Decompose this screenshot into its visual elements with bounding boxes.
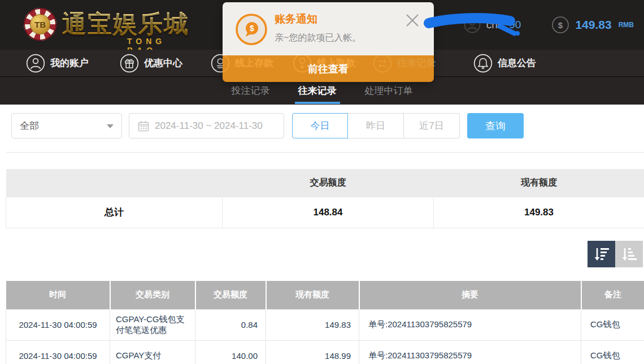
topbar-right: che 90 $ 149.83 RMB <box>464 0 634 50</box>
nav-item-my-account[interactable]: 我的账户 <box>26 50 89 76</box>
balance-currency: RMB <box>619 21 634 29</box>
calendar-icon <box>137 120 150 132</box>
sort-ascending-icon <box>621 246 638 262</box>
summary-total-row: 总计 148.84 149.83 <box>6 197 644 228</box>
quick-range-7days[interactable]: 近7日 <box>404 113 460 138</box>
cell-time: 2024-11-30 04:00:59 <box>6 309 110 340</box>
summary-total-trade: 148.84 <box>223 197 434 228</box>
balance[interactable]: $ 149.83 RMB <box>551 16 634 34</box>
col-header-summary: 摘要 <box>359 281 581 309</box>
brand-name-cn: 通宝娱乐城 <box>62 11 189 37</box>
summary-header-trade: 交易额度 <box>223 169 434 197</box>
summary-header-balance: 现有额度 <box>434 169 644 197</box>
table-row: 2024-11-30 04:00:59 CGPAY-CG钱包支付笔笔送优惠 0.… <box>6 309 644 340</box>
svg-text:$: $ <box>250 24 254 33</box>
close-icon[interactable] <box>404 12 420 28</box>
cell-summary: 单号:202411303795825579 <box>359 340 581 364</box>
cell-amount: 140.00 <box>195 340 266 364</box>
bell-icon <box>473 54 493 73</box>
cell-type: CGPAY支付 <box>110 340 195 364</box>
summary-header-blank <box>6 169 223 197</box>
dollar-coin-icon: $ <box>551 16 569 34</box>
notification-message: 亲~您的款项已入帐。 <box>275 32 361 44</box>
notification-body: $ 账务通知 亲~您的款项已入帐。 <box>223 2 434 55</box>
summary-table: 交易额度 现有额度 总计 148.84 149.83 <box>6 169 644 228</box>
summary-total-label: 总计 <box>6 197 223 228</box>
quick-range-group: 今日 昨日 近7日 <box>292 113 460 138</box>
col-header-type: 交易类别 <box>110 281 195 309</box>
cell-note: CG钱包 <box>581 340 644 364</box>
cell-type: CGPAY-CG钱包支付笔笔送优惠 <box>110 309 195 340</box>
date-range-value: 2024-11-30 ~ 2024-11-30 <box>155 120 263 132</box>
sort-controls <box>588 241 643 267</box>
cell-balance: 148.99 <box>266 340 359 364</box>
user-account[interactable]: che 90 <box>464 16 521 33</box>
cell-summary: 单号:202411303795825579 <box>359 309 581 340</box>
brand-text: 通宝娱乐城 TONG BAO <box>62 11 189 37</box>
summary-total-balance: 149.83 <box>434 197 644 228</box>
type-select-value: 全部 <box>20 119 39 132</box>
cell-amount: 0.84 <box>195 309 266 340</box>
cell-time: 2024-11-30 04:00:59 <box>6 340 110 364</box>
type-select[interactable]: 全部 <box>11 113 122 138</box>
transaction-records-page: TB 通宝娱乐城 TONG BAO che 90 $ <box>0 0 644 364</box>
section-divider <box>6 152 644 153</box>
notification-action-button[interactable]: 前往查看 <box>223 55 434 82</box>
cell-note: CG钱包 <box>581 309 644 340</box>
svg-text:$: $ <box>558 20 563 30</box>
date-range-picker[interactable]: 2024-11-30 ~ 2024-11-30 <box>129 113 284 138</box>
nav-item-promotions[interactable]: 优惠中心 <box>120 50 182 76</box>
chevron-down-icon <box>107 124 114 128</box>
nav-item-announcements[interactable]: 信息公告 <box>473 50 536 76</box>
user-icon <box>464 16 481 33</box>
username-visible-suffix: 90 <box>509 19 521 31</box>
table-row: 2024-11-30 04:00:59 CGPAY支付 140.00 148.9… <box>6 340 644 364</box>
query-button[interactable]: 查询 <box>467 113 524 138</box>
money-message-icon: $ <box>235 13 268 46</box>
account-notification-popup: $ 账务通知 亲~您的款项已入帐。 前往查看 <box>223 2 434 82</box>
brand-logo[interactable]: TB 通宝娱乐城 TONG BAO <box>24 8 189 41</box>
chip-monogram: TB <box>30 14 50 34</box>
balance-amount: 149.83 <box>575 18 611 32</box>
gift-icon <box>120 54 139 73</box>
records-table: 时间 交易类别 交易额度 现有额度 摘要 备注 2024-11-30 04:00… <box>6 281 644 364</box>
col-header-note: 备注 <box>581 281 644 309</box>
col-header-time: 时间 <box>6 281 110 309</box>
sort-descending-button[interactable] <box>588 241 615 267</box>
quick-range-yesterday[interactable]: 昨日 <box>348 113 404 138</box>
filter-bar: 全部 2024-11-30 ~ 2024-11-30 今日 昨日 近7日 查询 <box>0 105 644 153</box>
sort-ascending-button[interactable] <box>615 241 643 267</box>
poker-chip-icon: TB <box>24 8 56 41</box>
quick-range-today[interactable]: 今日 <box>292 113 348 138</box>
user-circle-icon <box>26 54 45 73</box>
username-visible-prefix: che <box>486 19 504 31</box>
records-header-row: 时间 交易类别 交易额度 现有额度 摘要 备注 <box>6 281 644 309</box>
sort-descending-icon <box>593 246 610 262</box>
summary-header-row: 交易额度 现有额度 <box>6 169 644 197</box>
cell-balance: 149.83 <box>266 309 359 340</box>
notification-title: 账务通知 <box>275 12 317 27</box>
col-header-amount: 交易额度 <box>195 281 266 309</box>
col-header-balance: 现有额度 <box>266 281 359 309</box>
